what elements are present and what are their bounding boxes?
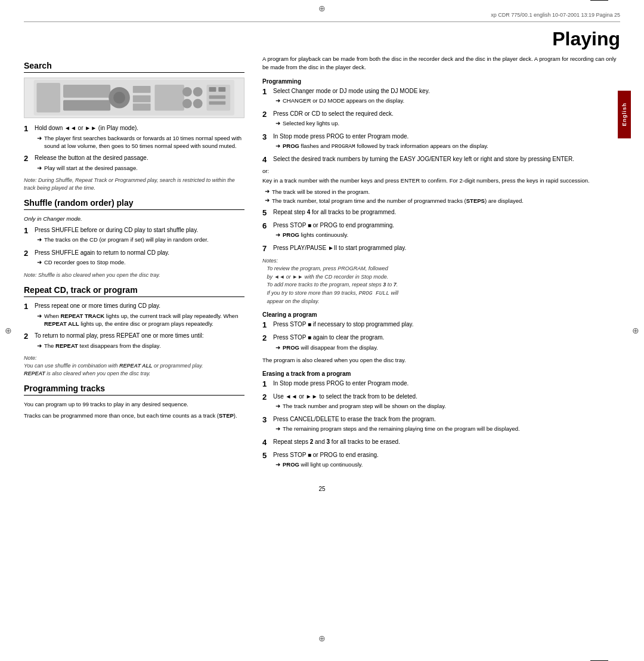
arrow-text: When REPEAT TRACK lights up, the current… <box>44 312 244 328</box>
arrow-icon: ➜ <box>275 231 280 240</box>
step-content: Use ◄◄ or ►► to select the track from to… <box>273 393 620 412</box>
prog-step-1: 1 Select Changer mode or DJ mode using t… <box>262 87 620 107</box>
arrow-item: ➜ Play will start at the desired passage… <box>37 164 244 173</box>
step-main-text: In Stop mode press PROG to enter Program… <box>273 379 620 388</box>
step-content: Select Changer mode or DJ mode using the… <box>273 87 620 107</box>
crossmark-bottom: ⊕ <box>318 634 326 643</box>
programming-tracks-intro1: You can program up to 99 tracks to play … <box>24 400 244 409</box>
svg-point-12 <box>182 99 192 109</box>
search-note: Note: During Shuffle, Repeat Track or Pr… <box>24 177 244 192</box>
stored-arrow-2: ➜ The track number, total program time a… <box>265 197 620 205</box>
arrow-icon: ➜ <box>275 142 280 151</box>
erase-step-4: 4 Repeat steps 2 and 3 for all tracks to… <box>262 438 620 448</box>
programming-tracks-title: Programming tracks <box>24 384 244 396</box>
prog-step-2: 2 Press CDR or CD to select the required… <box>262 110 620 129</box>
search-step-1: 1 Hold down ◄◄ or ►► (in Play mode). ➜ T… <box>24 124 244 151</box>
arrow-text: PROG lights continuously. <box>283 231 348 240</box>
programming-tracks-section: Programming tracks You can program up to… <box>24 384 244 420</box>
step-content: In Stop mode press PROG to enter Program… <box>273 132 620 152</box>
arrow-text: PROG will light up continuously. <box>283 461 363 470</box>
step-content: Select the desired track numbers by turn… <box>273 155 620 165</box>
svg-rect-8 <box>133 104 151 111</box>
svg-rect-16 <box>219 87 226 92</box>
step-content: Press STOP ■ if necessary to stop progra… <box>273 320 620 330</box>
prog-step-5: 5 Repeat step 4 for all tracks to be pro… <box>262 208 620 218</box>
right-intro-text: A program for playback can be made from … <box>262 55 620 72</box>
repeat-section: Repeat CD, track or program 1 Press repe… <box>24 285 244 378</box>
step-main-text: Press STOP ■ or PROG to end programming. <box>273 221 620 230</box>
step-number: 2 <box>262 333 270 344</box>
arrow-item: ➜ The REPEAT text disappears from the di… <box>37 342 244 351</box>
svg-point-10 <box>182 87 192 97</box>
arrow-item: ➜ PROG flashes and PROGRAM followed by t… <box>275 142 620 151</box>
erase-step-5: 5 Press STOP ■ or PROG to end erasing. ➜… <box>262 451 620 471</box>
repeat-step-1: 1 Press repeat one or more times during … <box>24 302 244 329</box>
step-content: Repeat step 4 for all tracks to be progr… <box>273 208 620 218</box>
arrow-item: ➜ When REPEAT TRACK lights up, the curre… <box>37 312 244 328</box>
search-section: Search <box>24 61 244 192</box>
step-main-text: In Stop mode press PROG to enter Program… <box>273 132 620 141</box>
device-svg <box>30 80 239 115</box>
svg-rect-6 <box>133 86 151 93</box>
page-number: 25 <box>24 486 620 492</box>
arrow-text: PROG flashes and PROGRAM followed by tra… <box>283 142 488 151</box>
svg-rect-9 <box>155 85 184 111</box>
crossmark-right: ⊕ <box>632 326 639 335</box>
search-step-2: 2 Release the button at the desired pass… <box>24 154 244 174</box>
arrow-icon: ➜ <box>275 119 280 128</box>
page-header: xp CDR 775/00.1 english 10-07-2001 13:19… <box>24 12 620 22</box>
svg-point-5 <box>113 92 125 104</box>
search-title: Search <box>24 61 244 73</box>
right-column: English A program for playback can be ma… <box>262 55 620 474</box>
programming-tracks-intro2: Tracks can be programmed more than once,… <box>24 412 244 420</box>
step-content: Press SHUFFLE again to return to normal … <box>35 249 244 268</box>
header-meta: xp CDR 775/00.1 english 10-07-2001 13:19… <box>491 12 620 18</box>
stored-arrow-1: ➜ The track will be stored in the progra… <box>265 188 620 196</box>
clear-step-2: 2 Press STOP ■ again to clear the progra… <box>262 333 620 353</box>
step-main-text: Hold down ◄◄ or ►► (in Play mode). <box>35 124 244 133</box>
arrow-item: ➜ CHANGER or DJ MODE appears on the disp… <box>275 97 620 106</box>
step-content: Press STOP ■ or PROG to end programming.… <box>273 221 620 241</box>
step-main-text: Press SHUFFLE again to return to normal … <box>35 249 244 258</box>
step-number: 6 <box>262 221 270 231</box>
arrow-item: ➜ The remaining program steps and the re… <box>275 425 620 434</box>
arrow-item: ➜ PROG lights continuously. <box>275 231 620 240</box>
arrow-icon: ➜ <box>265 188 270 196</box>
step-number: 1 <box>262 320 270 330</box>
erasing-heading: Erasing a track from a program <box>262 370 620 377</box>
erase-step-2: 2 Use ◄◄ or ►► to select the track from … <box>262 393 620 412</box>
svg-point-13 <box>193 99 203 109</box>
crossmark-left: ⊕ <box>5 326 12 335</box>
arrow-item: ➜ PROG will light up continuously. <box>275 461 620 470</box>
english-tab-text: English <box>621 103 627 126</box>
svg-rect-15 <box>209 87 216 92</box>
step-content: Press CANCEL/DELETE to erase the track f… <box>273 415 620 435</box>
step-content: Hold down ◄◄ or ►► (in Play mode). ➜ The… <box>35 124 244 151</box>
arrow-icon: ➜ <box>275 344 280 353</box>
step-main-text: Release the button at the desired passag… <box>35 154 244 163</box>
programming-section: Programming 1 Select Changer mode or DJ … <box>262 78 620 306</box>
step-main-text: Press STOP ■ or PROG to end erasing. <box>273 451 620 460</box>
erasing-section: Erasing a track from a program 1 In Stop… <box>262 370 620 471</box>
step-number: 1 <box>24 226 31 236</box>
step-content: Press CDR or CD to select the required d… <box>273 110 620 129</box>
prog-step-3: 3 In Stop mode press PROG to enter Progr… <box>262 132 620 152</box>
step-number: 2 <box>24 154 31 164</box>
arrow-icon: ➜ <box>275 402 280 411</box>
svg-rect-2 <box>63 85 110 98</box>
repeat-step-2: 2 To return to normal play, press REPEAT… <box>24 332 244 351</box>
arrow-icon: ➜ <box>37 312 42 328</box>
english-tab: English <box>618 91 631 138</box>
arrow-icon: ➜ <box>37 342 42 351</box>
shuffle-section: Shuffle (random order) play Only in Chan… <box>24 198 244 279</box>
shuffle-note: Note: Shuffle is also cleared when you o… <box>24 271 244 279</box>
arrow-text: The track will be stored in the program. <box>272 188 370 196</box>
arrow-text: The REPEAT text disappears from the disp… <box>44 342 161 351</box>
step-number: 3 <box>262 132 270 143</box>
crossmark-top: ⊕ <box>318 4 326 13</box>
step-number: 7 <box>262 244 270 254</box>
svg-rect-7 <box>133 95 151 103</box>
arrow-text: The remaining program steps and the rema… <box>283 425 520 434</box>
step-number: 1 <box>24 124 31 134</box>
step-main-text: Repeat step 4 for all tracks to be progr… <box>273 208 620 217</box>
